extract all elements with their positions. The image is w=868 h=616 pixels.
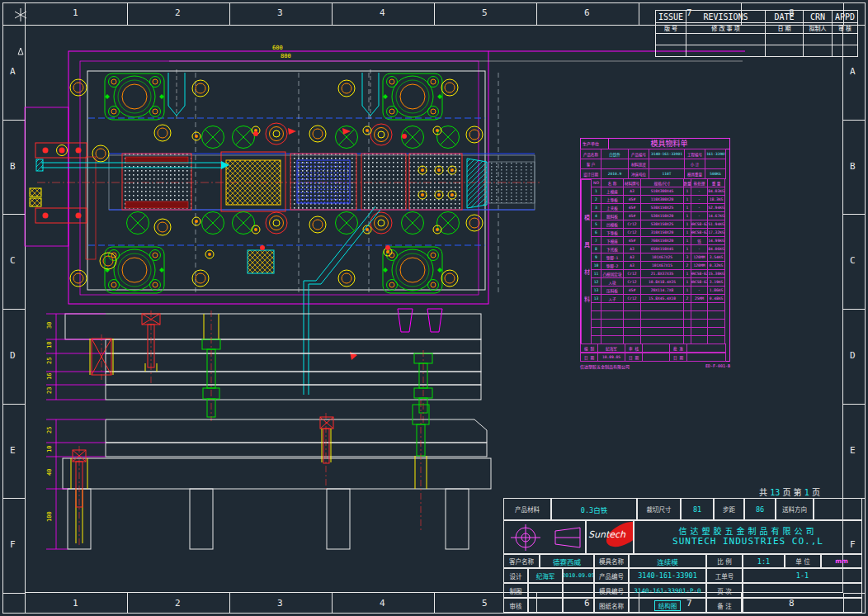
logo-text: Suntech: [588, 529, 625, 540]
grid-col-label: 7: [686, 7, 692, 18]
grid-tick: [127, 2, 128, 25]
grid-col-label: 8: [789, 598, 795, 609]
revisions-header-cell: DATE: [765, 10, 804, 23]
grid-tick: [229, 593, 230, 614]
grid-row-label: A: [10, 66, 16, 77]
product-material-label: 产品材料: [503, 498, 551, 520]
sec1-dim: 18: [46, 342, 53, 348]
drawing-name-cell: 结构图: [629, 598, 706, 613]
grid-row-label: D: [10, 350, 16, 361]
grid-col-label: 7: [686, 598, 692, 609]
remark-label: 备 注: [706, 598, 743, 613]
mat-footer-value: [686, 353, 726, 362]
grid-tick: [843, 214, 866, 215]
mat-footer-value: [642, 353, 670, 362]
mat-footer-value: 纪海军: [597, 344, 625, 353]
grid-tick: [2, 309, 25, 310]
page-info-label: 页: [782, 488, 790, 497]
grid-tick: [2, 120, 25, 121]
grid-tick: [843, 593, 866, 594]
grid-col-label: 2: [175, 7, 181, 18]
page-total: 13: [770, 488, 780, 497]
revisions-header-cell: ISSUE: [655, 10, 686, 23]
product-no-value: 3140-161-33901: [629, 568, 706, 583]
page-info-label: 第: [794, 488, 802, 497]
revisions-empty-cell: [803, 45, 833, 57]
revisions-empty-cell: [765, 33, 804, 45]
sec2-dim: 25: [46, 427, 53, 434]
grid-tick: [843, 404, 866, 405]
unit-label: 单 位: [785, 554, 821, 568]
grid-tick: [434, 2, 435, 25]
grid-col-label: 2: [175, 598, 181, 609]
feed-direction-value: [814, 498, 862, 520]
mat-footer-label: 日 期: [580, 353, 598, 362]
materials-notes: 信达塑胶五金制品有限公司 ED-F-001-B: [580, 363, 730, 369]
drawing-sheet: 600 800 30 18 25 16 23: [0, 0, 868, 616]
grid-col-label: 3: [277, 7, 283, 18]
customer-label: 客户名称: [503, 554, 540, 568]
sec1-dim: 25: [46, 358, 53, 364]
scale-label: 比 例: [706, 554, 743, 568]
grid-row-label: D: [850, 350, 856, 361]
drawing-name-value: 结构图: [654, 600, 682, 611]
grid-tick: [2, 404, 25, 405]
revisions-subheader-cell: 修 改 事 项: [686, 22, 766, 34]
mold-name-value: 连续模: [629, 554, 706, 568]
draft-label: 制图: [503, 583, 528, 598]
remark-value: [743, 598, 862, 613]
revisions-empty-cell: [803, 33, 833, 45]
mat-footer-label: 日 期: [669, 353, 687, 362]
grid-tick: [332, 593, 333, 614]
materials-title: 模具物料单: [609, 139, 729, 149]
grid-row-label: A: [850, 66, 856, 77]
grid-tick: [25, 2, 26, 25]
revisions-empty-cell: [655, 45, 686, 57]
leader-line: [304, 206, 380, 395]
projection-symbols: [504, 521, 585, 553]
customer-value: 德赛西威: [540, 554, 594, 568]
grid-tick: [332, 2, 333, 25]
sec2-dim: 100: [46, 511, 53, 522]
grid-tick: [843, 309, 866, 310]
grid-tick: [639, 2, 639, 25]
materials-note-left: 信达塑胶五金制品有限公司: [580, 363, 630, 369]
grid-row-label: E: [10, 445, 16, 456]
mat-footer-label: 编 制: [580, 344, 598, 353]
revisions-header-cell: CRN: [803, 10, 833, 23]
revisions-empty-cell: [686, 33, 766, 45]
revisions-subheader-cell: 版 号: [655, 22, 686, 34]
page-no-value: [743, 583, 862, 598]
company-name-en: SUNTECH INDUSTRIES CO.,L: [672, 537, 823, 547]
mold-no-value: 3140-161-33901-P-0: [629, 583, 706, 598]
design-date-value: 2010.09.05: [563, 568, 594, 583]
grid-col-label: 1: [73, 7, 78, 18]
mat-footer-value: [642, 344, 670, 353]
page-info: 共 13 页 第 1 页: [759, 486, 820, 498]
mat-footer-label: 批 准: [669, 344, 687, 353]
grid-tick: [741, 2, 742, 25]
grid-row-label: C: [850, 255, 856, 266]
pitch-value: 86: [744, 498, 776, 520]
grid-tick: [639, 593, 639, 614]
design-label: 设计: [503, 568, 528, 583]
draft-value: [528, 583, 563, 598]
grid-row-label: F: [850, 539, 856, 550]
grid-col-label: 5: [482, 598, 488, 609]
grid-tick: [843, 120, 866, 121]
section-view-lower: 25 10 40 100: [46, 400, 491, 549]
pitch-label: 步距: [714, 498, 744, 520]
draft-date: [563, 583, 594, 598]
grid-col-label: 4: [380, 598, 385, 609]
revisions-empty-cell: [832, 45, 858, 57]
projection-symbols-cell: [503, 520, 586, 554]
materials-org-label: 生产单位: [581, 139, 609, 149]
mold-no-label: 模具编号: [594, 583, 629, 598]
spring-circles-bottom: [127, 212, 484, 236]
sec2-dim: 40: [46, 469, 53, 476]
sec2-dim: 10: [46, 446, 53, 453]
revisions-empty-cell: [655, 33, 686, 45]
grid-col-label: 5: [482, 7, 488, 18]
page-info-label: 页: [812, 488, 820, 497]
title-block: 产品材料 0.3白铁 裁切尺寸 81 步距 86 送料方向 Suntech: [503, 498, 862, 613]
